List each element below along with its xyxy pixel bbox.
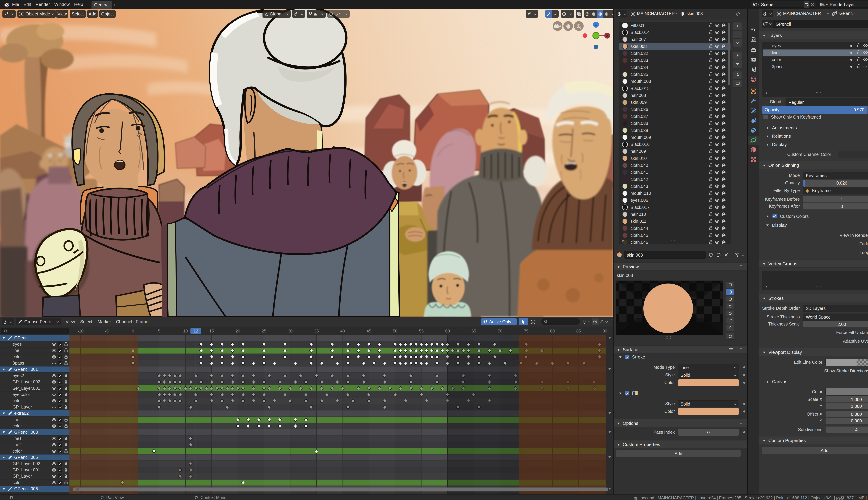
- svg-text:Z: Z: [595, 23, 597, 26]
- svg-text:X: X: [606, 34, 608, 37]
